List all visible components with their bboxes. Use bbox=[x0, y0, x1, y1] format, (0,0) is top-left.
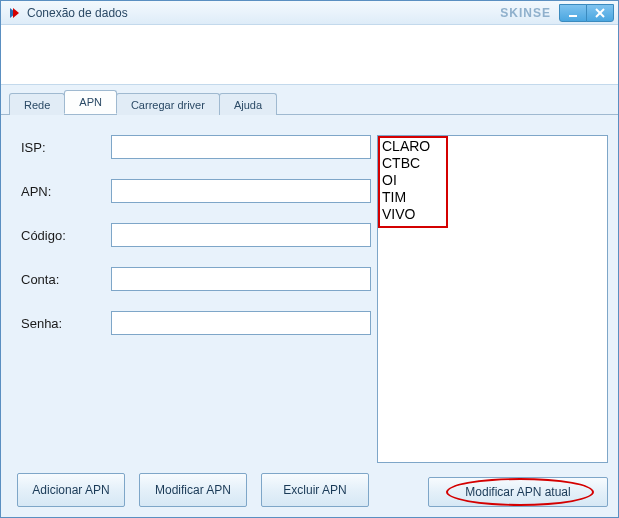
tab-content: ISP: APN: Código: Conta: Senha: bbox=[1, 115, 618, 517]
tab-ajuda[interactable]: Ajuda bbox=[219, 93, 277, 115]
modificar-apn-atual-button[interactable]: Modificar APN atual bbox=[428, 477, 608, 507]
codigo-label: Código: bbox=[11, 228, 111, 243]
apn-input[interactable] bbox=[111, 179, 371, 203]
conta-label: Conta: bbox=[11, 272, 111, 287]
window-title: Conexão de dados bbox=[27, 6, 500, 20]
minimize-button[interactable] bbox=[559, 4, 587, 22]
app-window: Conexão de dados SKINSE Rede APN Carrega… bbox=[0, 0, 619, 518]
isp-input[interactable] bbox=[111, 135, 371, 159]
svg-rect-2 bbox=[569, 15, 577, 17]
list-item[interactable]: TIM bbox=[382, 189, 603, 206]
form-column: ISP: APN: Código: Conta: Senha: bbox=[11, 135, 371, 507]
titlebar: Conexão de dados SKINSE bbox=[1, 1, 618, 25]
conta-input[interactable] bbox=[111, 267, 371, 291]
list-item[interactable]: OI bbox=[382, 172, 603, 189]
right-column: CLARO CTBC OI TIM VIVO Modificar APN atu… bbox=[377, 135, 608, 507]
svg-marker-1 bbox=[13, 8, 19, 18]
isp-label: ISP: bbox=[11, 140, 111, 155]
senha-label: Senha: bbox=[11, 316, 111, 331]
tabstrip: Rede APN Carregar driver Ajuda bbox=[1, 91, 618, 115]
senha-input[interactable] bbox=[111, 311, 371, 335]
close-button[interactable] bbox=[586, 4, 614, 22]
list-item[interactable]: VIVO bbox=[382, 206, 603, 223]
window-controls bbox=[559, 4, 614, 22]
brand-label: SKINSE bbox=[500, 6, 551, 20]
tab-carregar-driver[interactable]: Carregar driver bbox=[116, 93, 220, 115]
list-item[interactable]: CTBC bbox=[382, 155, 603, 172]
apn-label: APN: bbox=[11, 184, 111, 199]
bottom-button-row: Modificar APN atual bbox=[377, 477, 608, 507]
modificar-apn-button[interactable]: Modificar APN bbox=[139, 473, 247, 507]
tab-apn[interactable]: APN bbox=[64, 90, 117, 114]
apn-button-row: Adicionar APN Modificar APN Excluir APN bbox=[11, 473, 371, 507]
header-banner bbox=[1, 25, 618, 85]
list-item[interactable]: CLARO bbox=[382, 138, 603, 155]
codigo-input[interactable] bbox=[111, 223, 371, 247]
app-icon bbox=[7, 6, 21, 20]
excluir-apn-button[interactable]: Excluir APN bbox=[261, 473, 369, 507]
adicionar-apn-button[interactable]: Adicionar APN bbox=[17, 473, 125, 507]
tab-rede[interactable]: Rede bbox=[9, 93, 65, 115]
apn-listbox[interactable]: CLARO CTBC OI TIM VIVO bbox=[377, 135, 608, 463]
